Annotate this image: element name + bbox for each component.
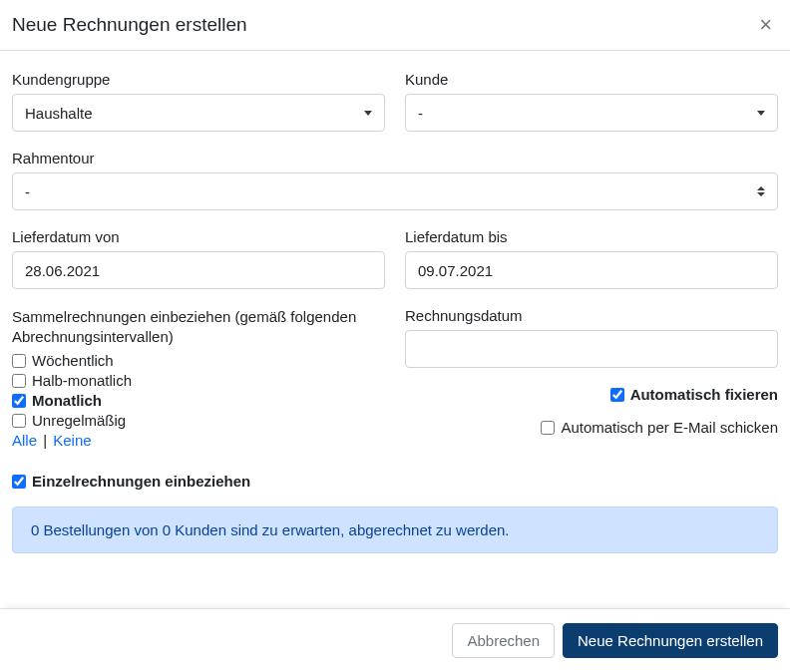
rahmentour-value: - xyxy=(25,183,30,200)
lieferdatum-von-label: Lieferdatum von xyxy=(12,228,385,245)
modal-header: Neue Rechnungen erstellen × xyxy=(0,0,790,51)
rahmentour-select[interactable]: - xyxy=(12,172,778,210)
check-auto-fix[interactable]: Automatisch fixieren xyxy=(610,386,778,403)
lieferdatum-bis-label: Lieferdatum bis xyxy=(405,228,778,245)
checkbox-woechentlich[interactable] xyxy=(12,354,26,368)
label-einzel: Einzelrechnungen einbeziehen xyxy=(32,473,250,490)
label-woechentlich: Wöchentlich xyxy=(32,352,114,369)
link-sep: | xyxy=(43,432,47,449)
lieferdatum-bis-input[interactable] xyxy=(405,251,778,289)
check-auto-email[interactable]: Automatisch per E-Mail schicken xyxy=(541,419,778,436)
info-alert: 0 Bestellungen von 0 Kunden sind zu erwa… xyxy=(12,506,778,553)
check-monatlich[interactable]: Monatlich xyxy=(12,392,385,409)
label-unregelmaessig: Unregelmäßig xyxy=(32,412,126,429)
link-keine[interactable]: Keine xyxy=(53,432,91,449)
rahmentour-label: Rahmentour xyxy=(12,150,778,167)
kundengruppe-label: Kundengruppe xyxy=(12,71,385,88)
modal-body: Kundengruppe Haushalte Kunde - Rahmentou… xyxy=(0,51,790,569)
caret-down-icon xyxy=(757,111,765,116)
lieferdatum-von-input[interactable] xyxy=(12,251,385,289)
check-unregelmaessig[interactable]: Unregelmäßig xyxy=(12,412,385,429)
sort-icon xyxy=(757,186,765,196)
modal-title: Neue Rechnungen erstellen xyxy=(12,14,247,36)
close-icon: × xyxy=(759,12,772,37)
label-monatlich: Monatlich xyxy=(32,392,102,409)
checkbox-einzel[interactable] xyxy=(12,475,26,489)
checkbox-monatlich[interactable] xyxy=(12,394,26,408)
checkbox-halbmonatlich[interactable] xyxy=(12,374,26,388)
kundengruppe-select[interactable]: Haushalte xyxy=(12,94,385,132)
close-button[interactable]: × xyxy=(753,14,778,36)
check-einzel[interactable]: Einzelrechnungen einbeziehen xyxy=(12,473,385,490)
link-alle[interactable]: Alle xyxy=(12,432,37,449)
label-auto-email: Automatisch per E-Mail schicken xyxy=(561,419,778,436)
checkbox-auto-fix[interactable] xyxy=(610,388,624,402)
kundengruppe-value: Haushalte xyxy=(25,105,93,122)
submit-button[interactable]: Neue Rechnungen erstellen xyxy=(563,623,778,658)
rechnungsdatum-input[interactable] xyxy=(405,330,778,368)
checkbox-auto-email[interactable] xyxy=(541,421,555,435)
modal-footer: Abbrechen Neue Rechnungen erstellen xyxy=(0,608,790,672)
check-halbmonatlich[interactable]: Halb-monatlich xyxy=(12,372,385,389)
select-links: Alle | Keine xyxy=(12,432,385,449)
rechnungsdatum-label: Rechnungsdatum xyxy=(405,307,778,324)
kunde-value: - xyxy=(418,105,423,122)
caret-down-icon xyxy=(364,111,372,116)
cancel-button[interactable]: Abbrechen xyxy=(452,623,555,658)
label-auto-fix: Automatisch fixieren xyxy=(630,386,778,403)
sammel-label: Sammelrechnungen einbeziehen (gemäß folg… xyxy=(12,307,385,346)
label-halbmonatlich: Halb-monatlich xyxy=(32,372,132,389)
check-woechentlich[interactable]: Wöchentlich xyxy=(12,352,385,369)
kunde-select[interactable]: - xyxy=(405,94,778,132)
kunde-label: Kunde xyxy=(405,71,778,88)
checkbox-unregelmaessig[interactable] xyxy=(12,414,26,428)
